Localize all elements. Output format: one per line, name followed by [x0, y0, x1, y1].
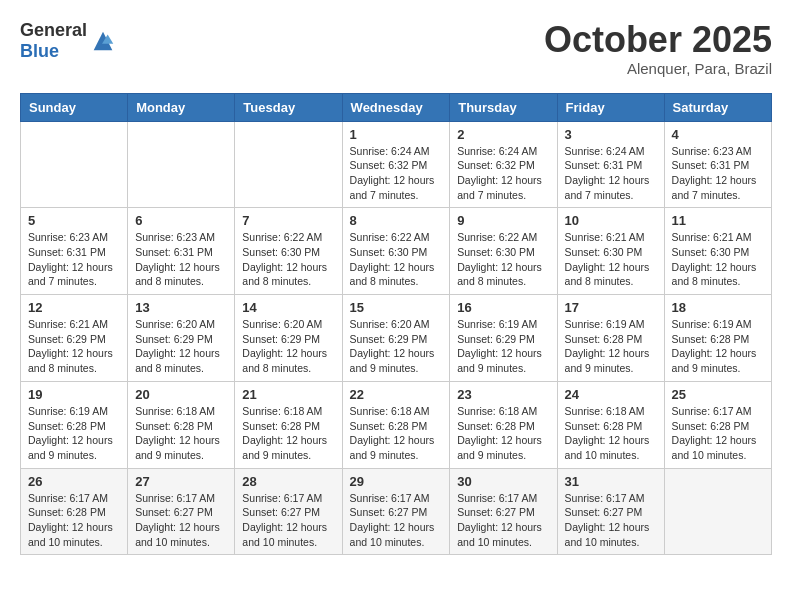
sunrise-text: Sunrise: 6:17 AM: [135, 492, 215, 504]
day-number: 11: [672, 213, 764, 228]
daylight-text: Daylight: 12 hours: [565, 521, 650, 533]
daylight-text: Daylight: 12 hours: [28, 434, 113, 446]
daylight-text: Daylight: 12 hours: [28, 347, 113, 359]
daylight-text: Daylight: 12 hours: [242, 347, 327, 359]
daylight-text: Daylight: 12 hours: [457, 347, 542, 359]
day-number: 19: [28, 387, 120, 402]
daylight-text: and 9 minutes.: [350, 449, 419, 461]
sunset-text: Sunset: 6:29 PM: [350, 333, 428, 345]
calendar-cell: 9Sunrise: 6:22 AMSunset: 6:30 PMDaylight…: [450, 208, 557, 295]
daylight-text: and 9 minutes.: [350, 362, 419, 374]
calendar-cell: [21, 121, 128, 208]
daylight-text: and 9 minutes.: [28, 449, 97, 461]
sunrise-text: Sunrise: 6:20 AM: [242, 318, 322, 330]
day-number: 26: [28, 474, 120, 489]
sunrise-text: Sunrise: 6:23 AM: [135, 231, 215, 243]
calendar-cell: 5Sunrise: 6:23 AMSunset: 6:31 PMDaylight…: [21, 208, 128, 295]
logo-text: General Blue: [20, 20, 87, 62]
calendar-cell: [664, 468, 771, 555]
day-number: 12: [28, 300, 120, 315]
daylight-text: and 7 minutes.: [672, 189, 741, 201]
daylight-text: and 10 minutes.: [565, 449, 640, 461]
sunset-text: Sunset: 6:28 PM: [135, 420, 213, 432]
sunset-text: Sunset: 6:30 PM: [565, 246, 643, 258]
logo-icon: [89, 27, 117, 55]
daylight-text: and 8 minutes.: [242, 275, 311, 287]
daylight-text: Daylight: 12 hours: [350, 521, 435, 533]
sunset-text: Sunset: 6:28 PM: [565, 420, 643, 432]
sunset-text: Sunset: 6:27 PM: [135, 506, 213, 518]
sunrise-text: Sunrise: 6:17 AM: [565, 492, 645, 504]
sunset-text: Sunset: 6:30 PM: [242, 246, 320, 258]
calendar-week-row: 19Sunrise: 6:19 AMSunset: 6:28 PMDayligh…: [21, 381, 772, 468]
sunset-text: Sunset: 6:28 PM: [28, 420, 106, 432]
sunrise-text: Sunrise: 6:21 AM: [28, 318, 108, 330]
sunset-text: Sunset: 6:28 PM: [28, 506, 106, 518]
sunset-text: Sunset: 6:29 PM: [457, 333, 535, 345]
calendar-cell: 17Sunrise: 6:19 AMSunset: 6:28 PMDayligh…: [557, 295, 664, 382]
day-number: 10: [565, 213, 657, 228]
calendar-cell: 8Sunrise: 6:22 AMSunset: 6:30 PMDaylight…: [342, 208, 450, 295]
daylight-text: Daylight: 12 hours: [135, 521, 220, 533]
daylight-text: Daylight: 12 hours: [672, 347, 757, 359]
sunset-text: Sunset: 6:27 PM: [242, 506, 320, 518]
calendar-cell: 27Sunrise: 6:17 AMSunset: 6:27 PMDayligh…: [128, 468, 235, 555]
day-number: 6: [135, 213, 227, 228]
calendar-cell: 31Sunrise: 6:17 AMSunset: 6:27 PMDayligh…: [557, 468, 664, 555]
calendar-cell: 15Sunrise: 6:20 AMSunset: 6:29 PMDayligh…: [342, 295, 450, 382]
calendar-cell: 2Sunrise: 6:24 AMSunset: 6:32 PMDaylight…: [450, 121, 557, 208]
sunrise-text: Sunrise: 6:19 AM: [565, 318, 645, 330]
sunrise-text: Sunrise: 6:22 AM: [457, 231, 537, 243]
calendar-cell: 18Sunrise: 6:19 AMSunset: 6:28 PMDayligh…: [664, 295, 771, 382]
col-header-tuesday: Tuesday: [235, 93, 342, 121]
daylight-text: and 7 minutes.: [350, 189, 419, 201]
page-header: General Blue October 2025 Alenquer, Para…: [20, 20, 772, 77]
sunset-text: Sunset: 6:27 PM: [457, 506, 535, 518]
sunset-text: Sunset: 6:28 PM: [242, 420, 320, 432]
sunset-text: Sunset: 6:28 PM: [672, 333, 750, 345]
daylight-text: Daylight: 12 hours: [242, 434, 327, 446]
daylight-text: and 10 minutes.: [350, 536, 425, 548]
sunrise-text: Sunrise: 6:18 AM: [242, 405, 322, 417]
day-number: 29: [350, 474, 443, 489]
sunrise-text: Sunrise: 6:17 AM: [350, 492, 430, 504]
calendar-cell: 25Sunrise: 6:17 AMSunset: 6:28 PMDayligh…: [664, 381, 771, 468]
sunrise-text: Sunrise: 6:24 AM: [457, 145, 537, 157]
sunset-text: Sunset: 6:31 PM: [135, 246, 213, 258]
daylight-text: and 10 minutes.: [242, 536, 317, 548]
sunset-text: Sunset: 6:31 PM: [28, 246, 106, 258]
calendar-cell: 26Sunrise: 6:17 AMSunset: 6:28 PMDayligh…: [21, 468, 128, 555]
day-number: 25: [672, 387, 764, 402]
calendar-week-row: 5Sunrise: 6:23 AMSunset: 6:31 PMDaylight…: [21, 208, 772, 295]
calendar-cell: 10Sunrise: 6:21 AMSunset: 6:30 PMDayligh…: [557, 208, 664, 295]
sunset-text: Sunset: 6:32 PM: [350, 159, 428, 171]
daylight-text: and 10 minutes.: [672, 449, 747, 461]
sunrise-text: Sunrise: 6:17 AM: [672, 405, 752, 417]
calendar-cell: 21Sunrise: 6:18 AMSunset: 6:28 PMDayligh…: [235, 381, 342, 468]
day-number: 9: [457, 213, 549, 228]
day-number: 16: [457, 300, 549, 315]
col-header-thursday: Thursday: [450, 93, 557, 121]
sunset-text: Sunset: 6:30 PM: [350, 246, 428, 258]
calendar-header-row: SundayMondayTuesdayWednesdayThursdayFrid…: [21, 93, 772, 121]
sunset-text: Sunset: 6:27 PM: [565, 506, 643, 518]
sunrise-text: Sunrise: 6:18 AM: [135, 405, 215, 417]
sunset-text: Sunset: 6:28 PM: [350, 420, 428, 432]
daylight-text: Daylight: 12 hours: [135, 434, 220, 446]
day-number: 18: [672, 300, 764, 315]
sunset-text: Sunset: 6:30 PM: [457, 246, 535, 258]
sunset-text: Sunset: 6:31 PM: [565, 159, 643, 171]
sunset-text: Sunset: 6:28 PM: [565, 333, 643, 345]
daylight-text: Daylight: 12 hours: [350, 347, 435, 359]
calendar-cell: 13Sunrise: 6:20 AMSunset: 6:29 PMDayligh…: [128, 295, 235, 382]
day-number: 7: [242, 213, 334, 228]
daylight-text: and 8 minutes.: [565, 275, 634, 287]
col-header-friday: Friday: [557, 93, 664, 121]
sunrise-text: Sunrise: 6:23 AM: [672, 145, 752, 157]
daylight-text: and 9 minutes.: [565, 362, 634, 374]
sunset-text: Sunset: 6:27 PM: [350, 506, 428, 518]
calendar-cell: 22Sunrise: 6:18 AMSunset: 6:28 PMDayligh…: [342, 381, 450, 468]
sunrise-text: Sunrise: 6:20 AM: [350, 318, 430, 330]
title-section: October 2025 Alenquer, Para, Brazil: [544, 20, 772, 77]
daylight-text: and 10 minutes.: [565, 536, 640, 548]
